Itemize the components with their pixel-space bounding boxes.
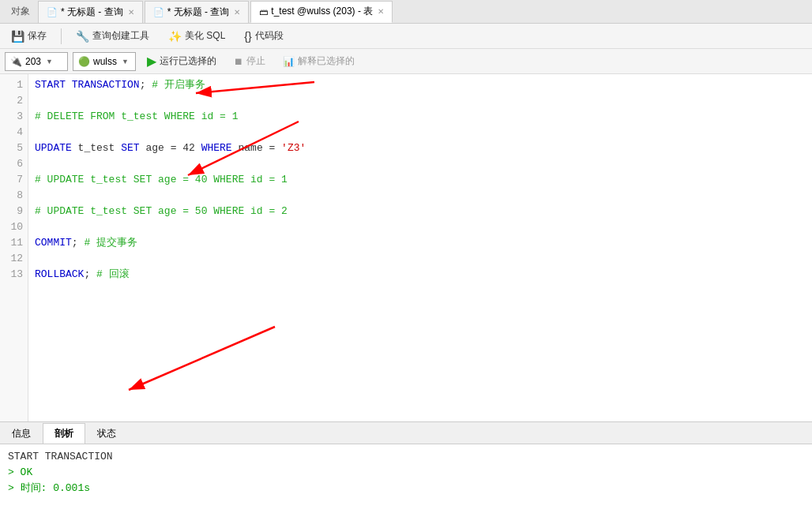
tab-status[interactable]: 状态 (85, 423, 128, 444)
line-number: 11 (0, 235, 28, 251)
query-builder-icon: 🔧 (76, 30, 89, 43)
tab2-label: * 无标题 - 查询 (167, 6, 230, 19)
code-editor[interactable]: START TRANSACTION; # 开启事务# DELETE FROM t… (28, 74, 812, 421)
tab3-label: t_test @wulss (203) - 表 (271, 5, 373, 18)
query-bar: 🔌 203 ▼ 🟢 wulss ▼ ▶ 运行已选择的 ⏹ 停止 📊 解释已选择的 (0, 49, 812, 74)
toolbar: 💾 保存 🔧 查询创建工具 ✨ 美化 SQL {} 代码段 (0, 24, 812, 49)
user-value: wulss (93, 56, 117, 67)
beautify-button[interactable]: ✨ 美化 SQL (162, 28, 231, 44)
db-select[interactable]: 🔌 203 ▼ (5, 52, 68, 71)
code-line: # DELETE FROM t_test WHERE id = 1 (35, 109, 806, 125)
line-number: 10 (0, 219, 28, 235)
toolbar-sep-1 (61, 28, 62, 44)
tab-info[interactable]: 信息 (0, 423, 43, 444)
query-builder-button[interactable]: 🔧 查询创建工具 (70, 28, 156, 44)
tab1-icon: 📄 (47, 7, 58, 17)
line-number: 7 (0, 172, 28, 188)
beautify-label: 美化 SQL (185, 29, 225, 43)
tab-query-1[interactable]: 📄 * 无标题 - 查询 ✕ (38, 1, 143, 23)
tab3-close[interactable]: ✕ (378, 7, 384, 16)
run-label: 运行已选择的 (160, 54, 216, 68)
code-line (35, 125, 806, 140)
user-icon: 🟢 (78, 56, 90, 67)
output-line (8, 496, 804, 512)
line-numbers: 12345678910111213 (0, 74, 28, 421)
line-number: 6 (0, 156, 28, 172)
sidebar-label[interactable]: 对象 (3, 2, 38, 21)
code-icon: {} (244, 30, 251, 43)
line-number: 3 (0, 109, 28, 125)
code-line: COMMIT; # 提交事务 (35, 235, 806, 251)
bottom-tab-bar: 信息 剖析 状态 (0, 422, 812, 444)
tab-bar: 对象 📄 * 无标题 - 查询 ✕ 📄 * 无标题 - 查询 ✕ 🗃 t_tes… (0, 0, 812, 24)
db-icon: 🔌 (10, 56, 22, 67)
tab2-close[interactable]: ✕ (234, 8, 240, 17)
tab1-label: * 无标题 - 查询 (61, 6, 123, 19)
tab-query-2[interactable]: 📄 * 无标题 - 查询 ✕ (145, 1, 250, 23)
bottom-panel: 信息 剖析 状态 START TRANSACTION> OK> 时间: 0.00… (0, 421, 812, 513)
explain-icon: 📊 (283, 56, 295, 67)
run-icon: ▶ (147, 54, 156, 69)
code-line: START TRANSACTION; # 开启事务 (35, 77, 806, 93)
tab2-icon: 📄 (153, 7, 164, 17)
query-builder-label: 查询创建工具 (92, 29, 149, 43)
save-button[interactable]: 💾 保存 (5, 28, 53, 44)
stop-label: 停止 (246, 54, 265, 68)
explain-label: 解释已选择的 (298, 54, 355, 68)
explain-button[interactable]: 📊 解释已选择的 (276, 53, 361, 69)
line-number: 9 (0, 204, 28, 219)
beautify-icon: ✨ (168, 30, 182, 43)
save-icon: 💾 (11, 30, 24, 43)
line-number: 2 (0, 93, 28, 109)
line-number: 13 (0, 267, 28, 283)
line-number: 4 (0, 125, 28, 140)
code-line (35, 156, 806, 172)
code-line (35, 188, 806, 204)
code-line (35, 251, 806, 267)
code-snippet-button[interactable]: {} 代码段 (238, 28, 289, 44)
tab-profile[interactable]: 剖析 (43, 423, 85, 444)
output-line: START TRANSACTION (8, 449, 804, 465)
code-line: # UPDATE t_test SET age = 40 WHERE id = … (35, 172, 806, 188)
save-label: 保存 (28, 29, 47, 43)
code-line: # UPDATE t_test SET age = 50 WHERE id = … (35, 204, 806, 219)
line-number: 5 (0, 140, 28, 156)
output-line: > OK (8, 465, 804, 481)
tab-table[interactable]: 🗃 t_test @wulss (203) - 表 ✕ (250, 1, 393, 23)
code-line (35, 219, 806, 235)
code-snippet-label: 代码段 (255, 29, 284, 43)
tab1-close[interactable]: ✕ (128, 8, 134, 17)
code-line: UPDATE t_test SET age = 42 WHERE name = … (35, 140, 806, 156)
tab3-icon: 🗃 (259, 7, 268, 17)
output-line: > 时间: 0.001s (8, 481, 804, 496)
line-number: 8 (0, 188, 28, 204)
line-number: 1 (0, 77, 28, 93)
run-button[interactable]: ▶ 运行已选择的 (141, 52, 223, 70)
user-arrow: ▼ (122, 58, 129, 66)
stop-button[interactable]: ⏹ 停止 (227, 53, 272, 69)
db-arrow: ▼ (46, 58, 53, 66)
code-line (35, 93, 806, 109)
stop-icon: ⏹ (234, 56, 243, 67)
db-value: 203 (25, 56, 41, 67)
line-number: 12 (0, 251, 28, 267)
user-select[interactable]: 🟢 wulss ▼ (73, 52, 136, 71)
code-line: ROLLBACK; # 回滚 (35, 267, 806, 283)
editor-area: 12345678910111213 START TRANSACTION; # 开… (0, 74, 812, 421)
output-content: START TRANSACTION> OK> 时间: 0.001s# 开启事务>… (0, 444, 812, 513)
